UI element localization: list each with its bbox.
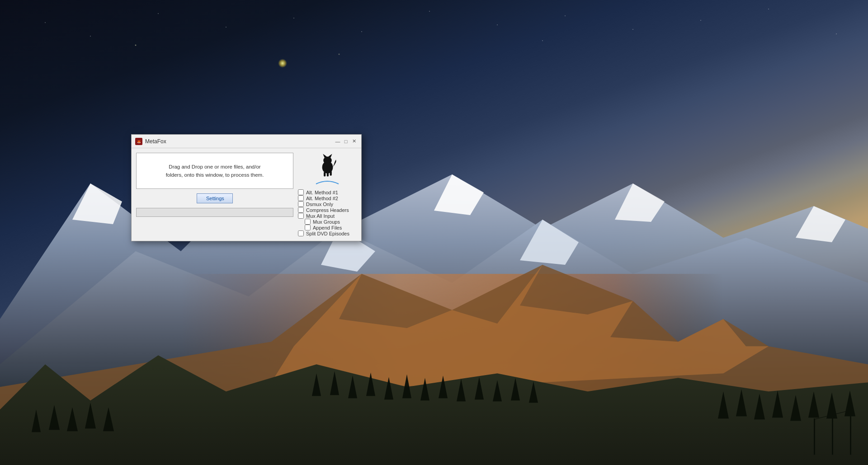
checkbox-muxall[interactable] xyxy=(298,213,304,219)
checkbox-label-appendfiles: Append Files xyxy=(313,225,342,230)
metafox-dialog: 🦊 MetaFox — □ ✕ Drag and Drop one or mor… xyxy=(131,134,362,241)
wolf-icon xyxy=(315,153,340,178)
title-bar: 🦊 MetaFox — □ ✕ xyxy=(132,135,361,148)
checkbox-dsmux[interactable] xyxy=(298,201,304,207)
dialog-body: Drag and Drop one or more files, and/or … xyxy=(132,148,361,241)
checkboxes-container: Alt. Method #1Alt. Method #2Dsmux OnlyCo… xyxy=(298,189,357,236)
svg-rect-42 xyxy=(832,414,833,455)
maximize-button[interactable]: □ xyxy=(342,138,349,145)
checkbox-label-alt2: Alt. Method #2 xyxy=(306,196,338,201)
light-flare-decoration xyxy=(278,59,287,68)
progress-bar xyxy=(136,208,293,217)
svg-point-49 xyxy=(323,156,332,164)
checkbox-label-compress: Compress Headers xyxy=(306,207,349,213)
checkbox-row-dsmux: Dsmux Only xyxy=(298,201,357,207)
svg-rect-43 xyxy=(850,409,851,455)
checkbox-appendfiles[interactable] xyxy=(305,225,311,230)
checkbox-compress[interactable] xyxy=(298,207,304,213)
window-title: MetaFox xyxy=(145,138,166,145)
checkbox-row-alt2: Alt. Method #2 xyxy=(298,195,357,201)
close-button[interactable]: ✕ xyxy=(350,138,358,145)
checkbox-label-muxall: Mux All Input xyxy=(306,213,335,219)
svg-rect-53 xyxy=(326,172,328,176)
drop-area[interactable]: Drag and Drop one or more files, and/or … xyxy=(136,153,293,189)
wolf-container xyxy=(298,153,357,185)
minimize-button[interactable]: — xyxy=(334,138,341,145)
checkbox-alt1[interactable] xyxy=(298,189,304,195)
left-panel: Drag and Drop one or more files, and/or … xyxy=(136,153,293,236)
svg-text:🦊: 🦊 xyxy=(137,140,141,144)
title-bar-left: 🦊 MetaFox xyxy=(135,138,166,145)
title-bar-controls: — □ ✕ xyxy=(334,138,358,145)
checkbox-row-appendfiles: Append Files xyxy=(305,225,357,230)
checkbox-alt2[interactable] xyxy=(298,195,304,201)
checkbox-row-splitdvd: Split DVD Episodes xyxy=(298,230,357,236)
checkbox-row-muxgroups: Mux Groups xyxy=(305,219,357,225)
checkbox-label-alt1: Alt. Method #1 xyxy=(306,190,338,195)
settings-button[interactable]: Settings xyxy=(197,193,233,203)
wolf-circle-arc xyxy=(314,178,341,185)
svg-rect-41 xyxy=(814,418,815,455)
mountains-decoration xyxy=(0,93,868,465)
checkbox-row-muxall: Mux All Input xyxy=(298,213,357,219)
checkbox-label-muxgroups: Mux Groups xyxy=(313,219,340,225)
checkbox-splitdvd[interactable] xyxy=(298,230,304,236)
right-panel: Alt. Method #1Alt. Method #2Dsmux OnlyCo… xyxy=(298,153,357,236)
checkbox-row-compress: Compress Headers xyxy=(298,207,357,213)
checkbox-muxgroups[interactable] xyxy=(305,219,311,225)
drop-text: Drag and Drop one or more files, and/or … xyxy=(166,163,264,179)
checkbox-label-dsmux: Dsmux Only xyxy=(306,202,333,207)
svg-rect-52 xyxy=(324,172,326,176)
checkbox-label-splitdvd: Split DVD Episodes xyxy=(306,231,349,236)
svg-rect-54 xyxy=(330,171,331,176)
app-icon: 🦊 xyxy=(135,138,142,145)
checkbox-row-alt1: Alt. Method #1 xyxy=(298,189,357,195)
